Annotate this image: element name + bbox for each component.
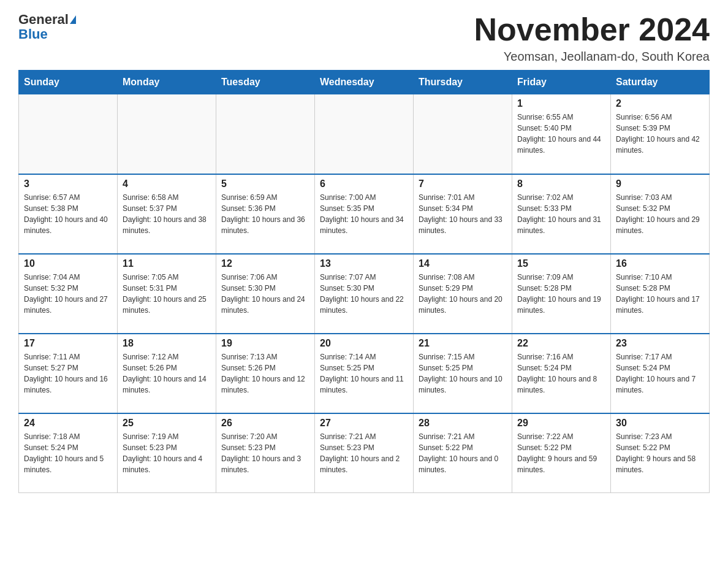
day-number: 27 [320, 418, 408, 429]
calendar-table: SundayMondayTuesdayWednesdayThursdayFrid… [18, 70, 710, 493]
calendar-cell: 22Sunrise: 7:16 AMSunset: 5:24 PMDayligh… [512, 334, 611, 413]
calendar-cell: 24Sunrise: 7:18 AMSunset: 5:24 PMDayligh… [19, 413, 118, 493]
day-number: 3 [24, 178, 112, 190]
calendar-cell: 9Sunrise: 7:03 AMSunset: 5:32 PMDaylight… [611, 174, 710, 254]
calendar-week-row: 24Sunrise: 7:18 AMSunset: 5:24 PMDayligh… [19, 413, 710, 493]
weekday-header-saturday: Saturday [611, 71, 710, 94]
day-number: 2 [616, 98, 704, 109]
calendar-cell: 2Sunrise: 6:56 AMSunset: 5:39 PMDaylight… [611, 94, 710, 174]
month-title: November 2024 [474, 12, 710, 47]
day-info: Sunrise: 7:11 AMSunset: 5:27 PMDaylight:… [24, 351, 112, 396]
day-info: Sunrise: 7:05 AMSunset: 5:31 PMDaylight:… [123, 272, 211, 316]
day-info: Sunrise: 7:23 AMSunset: 5:22 PMDaylight:… [616, 431, 704, 475]
day-number: 20 [320, 338, 408, 349]
day-number: 18 [123, 338, 211, 349]
calendar-cell: 27Sunrise: 7:21 AMSunset: 5:23 PMDayligh… [315, 413, 414, 493]
day-info: Sunrise: 6:55 AMSunset: 5:40 PMDaylight:… [517, 112, 605, 156]
calendar-cell: 29Sunrise: 7:22 AMSunset: 5:22 PMDayligh… [512, 413, 611, 493]
day-info: Sunrise: 7:20 AMSunset: 5:23 PMDaylight:… [221, 431, 309, 475]
day-info: Sunrise: 7:08 AMSunset: 5:29 PMDaylight:… [419, 272, 507, 316]
logo-general-text: General [18, 12, 69, 27]
calendar-cell: 4Sunrise: 6:58 AMSunset: 5:37 PMDaylight… [118, 174, 216, 254]
weekday-header-sunday: Sunday [19, 71, 118, 94]
day-number: 22 [517, 338, 605, 349]
calendar-cell: 28Sunrise: 7:21 AMSunset: 5:22 PMDayligh… [414, 413, 512, 493]
weekday-header-monday: Monday [118, 71, 216, 94]
day-number: 19 [221, 338, 309, 349]
calendar-cell: 25Sunrise: 7:19 AMSunset: 5:23 PMDayligh… [118, 413, 216, 493]
day-info: Sunrise: 7:14 AMSunset: 5:25 PMDaylight:… [320, 351, 408, 396]
weekday-header-friday: Friday [512, 71, 611, 94]
day-info: Sunrise: 6:56 AMSunset: 5:39 PMDaylight:… [616, 112, 704, 156]
day-info: Sunrise: 7:06 AMSunset: 5:30 PMDaylight:… [221, 272, 309, 316]
day-info: Sunrise: 7:02 AMSunset: 5:33 PMDaylight:… [517, 192, 605, 236]
logo-blue-text: Blue [18, 26, 48, 42]
day-info: Sunrise: 7:15 AMSunset: 5:25 PMDaylight:… [419, 351, 507, 396]
calendar-cell: 20Sunrise: 7:14 AMSunset: 5:25 PMDayligh… [315, 334, 414, 413]
calendar-cell: 18Sunrise: 7:12 AMSunset: 5:26 PMDayligh… [118, 334, 216, 413]
day-number: 11 [123, 258, 211, 269]
day-number: 13 [320, 258, 408, 269]
calendar-week-row: 17Sunrise: 7:11 AMSunset: 5:27 PMDayligh… [19, 334, 710, 413]
calendar-cell: 17Sunrise: 7:11 AMSunset: 5:27 PMDayligh… [19, 334, 118, 413]
day-info: Sunrise: 7:13 AMSunset: 5:26 PMDaylight:… [221, 351, 309, 396]
calendar-cell: 8Sunrise: 7:02 AMSunset: 5:33 PMDaylight… [512, 174, 611, 254]
day-info: Sunrise: 7:18 AMSunset: 5:24 PMDaylight:… [24, 431, 112, 475]
day-number: 17 [24, 338, 112, 349]
day-number: 16 [616, 258, 704, 269]
day-number: 29 [517, 418, 605, 429]
title-section: November 2024 Yeomsan, Jeollanam-do, Sou… [474, 12, 710, 64]
page-header: General Blue November 2024 Yeomsan, Jeol… [18, 12, 710, 64]
day-info: Sunrise: 7:19 AMSunset: 5:23 PMDaylight:… [123, 431, 211, 475]
calendar-cell: 19Sunrise: 7:13 AMSunset: 5:26 PMDayligh… [216, 334, 315, 413]
weekday-header-wednesday: Wednesday [315, 71, 414, 94]
day-number: 21 [419, 338, 507, 349]
day-info: Sunrise: 7:12 AMSunset: 5:26 PMDaylight:… [123, 351, 211, 396]
calendar-cell: 12Sunrise: 7:06 AMSunset: 5:30 PMDayligh… [216, 254, 315, 334]
calendar-cell: 7Sunrise: 7:01 AMSunset: 5:34 PMDaylight… [414, 174, 512, 254]
day-info: Sunrise: 7:04 AMSunset: 5:32 PMDaylight:… [24, 272, 112, 316]
calendar-cell: 10Sunrise: 7:04 AMSunset: 5:32 PMDayligh… [19, 254, 118, 334]
logo: General Blue [18, 12, 76, 42]
calendar-week-row: 3Sunrise: 6:57 AMSunset: 5:38 PMDaylight… [19, 174, 710, 254]
calendar-cell [216, 94, 315, 174]
day-number: 15 [517, 258, 605, 269]
calendar-cell: 16Sunrise: 7:10 AMSunset: 5:28 PMDayligh… [611, 254, 710, 334]
calendar-cell: 5Sunrise: 6:59 AMSunset: 5:36 PMDaylight… [216, 174, 315, 254]
calendar-header-row: SundayMondayTuesdayWednesdayThursdayFrid… [19, 71, 710, 94]
day-info: Sunrise: 7:00 AMSunset: 5:35 PMDaylight:… [320, 192, 408, 236]
logo-triangle-icon [70, 15, 76, 24]
calendar-cell: 21Sunrise: 7:15 AMSunset: 5:25 PMDayligh… [414, 334, 512, 413]
day-number: 28 [419, 418, 507, 429]
day-number: 4 [123, 178, 211, 190]
calendar-week-row: 1Sunrise: 6:55 AMSunset: 5:40 PMDaylight… [19, 94, 710, 174]
day-number: 14 [419, 258, 507, 269]
day-number: 30 [616, 418, 704, 429]
day-number: 24 [24, 418, 112, 429]
day-info: Sunrise: 7:21 AMSunset: 5:23 PMDaylight:… [320, 431, 408, 475]
day-number: 9 [616, 178, 704, 190]
calendar-cell: 6Sunrise: 7:00 AMSunset: 5:35 PMDaylight… [315, 174, 414, 254]
day-number: 8 [517, 178, 605, 190]
day-info: Sunrise: 6:59 AMSunset: 5:36 PMDaylight:… [221, 192, 309, 236]
day-number: 1 [517, 98, 605, 109]
day-number: 23 [616, 338, 704, 349]
calendar-cell [19, 94, 118, 174]
day-number: 5 [221, 178, 309, 190]
calendar-cell: 26Sunrise: 7:20 AMSunset: 5:23 PMDayligh… [216, 413, 315, 493]
calendar-cell: 15Sunrise: 7:09 AMSunset: 5:28 PMDayligh… [512, 254, 611, 334]
calendar-cell [315, 94, 414, 174]
day-info: Sunrise: 7:03 AMSunset: 5:32 PMDaylight:… [616, 192, 704, 236]
day-info: Sunrise: 7:01 AMSunset: 5:34 PMDaylight:… [419, 192, 507, 236]
day-info: Sunrise: 7:07 AMSunset: 5:30 PMDaylight:… [320, 272, 408, 316]
calendar-cell: 3Sunrise: 6:57 AMSunset: 5:38 PMDaylight… [19, 174, 118, 254]
location: Yeomsan, Jeollanam-do, South Korea [474, 50, 710, 64]
day-number: 6 [320, 178, 408, 190]
day-number: 26 [221, 418, 309, 429]
day-info: Sunrise: 7:16 AMSunset: 5:24 PMDaylight:… [517, 351, 605, 396]
day-number: 10 [24, 258, 112, 269]
day-info: Sunrise: 7:09 AMSunset: 5:28 PMDaylight:… [517, 272, 605, 316]
calendar-cell: 1Sunrise: 6:55 AMSunset: 5:40 PMDaylight… [512, 94, 611, 174]
day-info: Sunrise: 7:17 AMSunset: 5:24 PMDaylight:… [616, 351, 704, 396]
calendar-cell [118, 94, 216, 174]
